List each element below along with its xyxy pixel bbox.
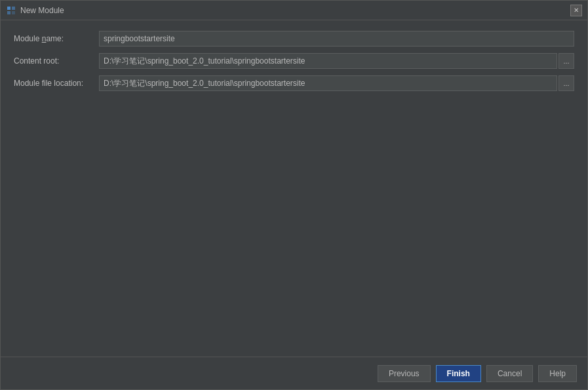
svg-rect-0 bbox=[7, 7, 10, 10]
cancel-button[interactable]: Cancel bbox=[486, 365, 533, 382]
dialog-footer: Previous Finish Cancel Help bbox=[1, 357, 587, 389]
previous-button[interactable]: Previous bbox=[378, 365, 431, 382]
svg-rect-3 bbox=[12, 11, 15, 14]
content-root-browse-button[interactable]: ... bbox=[559, 53, 574, 69]
help-button[interactable]: Help bbox=[538, 365, 577, 382]
content-root-input-wrapper: ... bbox=[99, 53, 574, 69]
close-button[interactable]: ✕ bbox=[570, 5, 582, 16]
module-file-browse-button[interactable]: ... bbox=[559, 75, 574, 91]
dialog-title: New Module bbox=[20, 6, 570, 15]
content-root-row: Content root: ... bbox=[14, 53, 574, 69]
module-file-row: Module file location: ... bbox=[14, 75, 574, 91]
form-content: Module name: Content root: ... Module fi… bbox=[1, 20, 587, 357]
dialog: New Module ✕ Module name: Content root: … bbox=[0, 0, 588, 390]
module-file-input[interactable] bbox=[99, 75, 557, 91]
svg-rect-1 bbox=[12, 7, 15, 10]
app-icon bbox=[6, 5, 16, 16]
module-name-input[interactable] bbox=[99, 31, 574, 47]
module-name-label: Module name: bbox=[14, 34, 99, 43]
module-name-input-wrapper bbox=[99, 31, 574, 47]
svg-rect-2 bbox=[7, 11, 10, 14]
content-root-input[interactable] bbox=[99, 53, 557, 69]
finish-button[interactable]: Finish bbox=[436, 365, 481, 382]
titlebar: New Module ✕ bbox=[1, 1, 587, 20]
module-name-row: Module name: bbox=[14, 31, 574, 47]
content-root-label: Content root: bbox=[14, 56, 99, 66]
module-file-label: Module file location: bbox=[14, 79, 99, 88]
module-file-input-wrapper: ... bbox=[99, 75, 574, 91]
